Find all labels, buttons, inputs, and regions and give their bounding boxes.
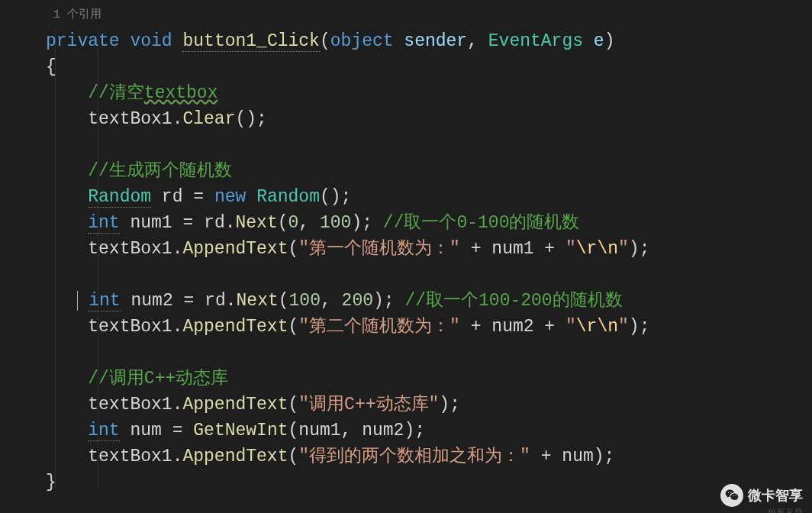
caret — [77, 291, 78, 311]
method-next: Next — [236, 213, 278, 233]
brace-close: } — [46, 473, 56, 492]
watermark: 微卡智享 — [720, 484, 803, 507]
string-escape-1: "\r\n" — [566, 239, 629, 259]
comment-range1: //取一个0-100的随机数 — [383, 213, 580, 233]
keyword-void: void — [130, 31, 172, 51]
var-textbox1: textBox1 — [88, 109, 172, 129]
code-block[interactable]: 1 个引用 private void button1_Click(object … — [46, 0, 812, 495]
keyword-new: new — [214, 187, 246, 207]
var-num1: num1 — [130, 213, 172, 233]
comment-range2: //取一个100-200的随机数 — [404, 291, 622, 311]
param-e: e — [594, 31, 604, 51]
string-second: "第二个随机数为：" — [298, 317, 460, 337]
keyword-private: private — [46, 31, 120, 51]
reference-count[interactable]: 1 个引用 — [46, 8, 102, 21]
number-200: 200 — [342, 291, 373, 311]
string-sum: "得到的两个数相加之和为：" — [298, 447, 530, 466]
string-escape-2: "\r\n" — [566, 317, 629, 337]
keyword-object: object — [330, 31, 394, 51]
type-random: Random — [88, 187, 151, 208]
method-name: button1_Click — [182, 31, 319, 52]
code-editor-area[interactable]: 1 个引用 private void button1_Click(object … — [0, 0, 812, 495]
var-num2: num2 — [130, 291, 172, 311]
highlighted-line: int num2 = rd.Next(100, 200); //取一个100-2… — [46, 288, 812, 314]
comment-clear: //清空textbox — [88, 83, 218, 103]
param-sender: sender — [404, 31, 467, 51]
string-cpp: "调用C++动态库" — [298, 395, 439, 415]
brace-open: { — [46, 57, 56, 77]
keyword-int: int — [88, 213, 119, 234]
comment-cpp: //调用C++动态库 — [88, 369, 228, 389]
var-rd: rd — [162, 187, 183, 207]
number-100: 100 — [320, 213, 351, 233]
var-num: num — [130, 421, 161, 440]
number-0: 0 — [288, 213, 299, 233]
comment-gen-random: //生成两个随机数 — [88, 161, 232, 181]
string-first: "第一个随机数为：" — [298, 239, 460, 259]
method-getnewint: GetNewInt — [193, 421, 288, 440]
type-eventargs: EventArgs — [488, 31, 583, 51]
method-clear: Clear — [182, 109, 235, 129]
watermark-small: 创新互联 — [768, 507, 804, 513]
method-appendtext: AppendText — [182, 239, 288, 259]
wechat-icon — [720, 484, 743, 507]
watermark-text: 微卡智享 — [748, 486, 803, 505]
